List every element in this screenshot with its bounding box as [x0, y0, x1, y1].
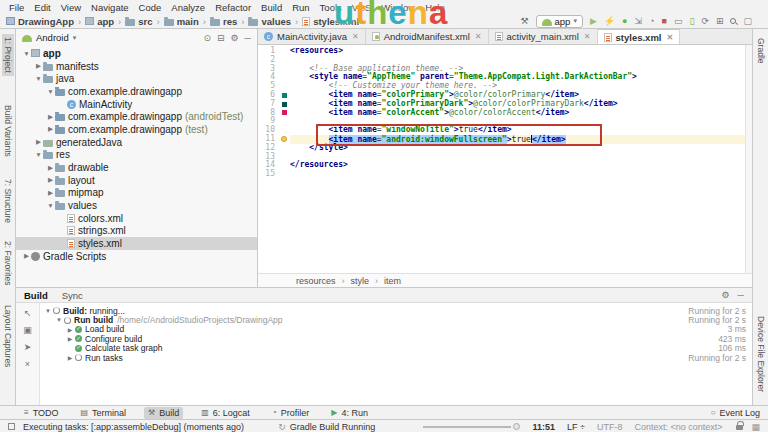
toolwindow-toggle-icon[interactable] — [8, 423, 15, 430]
run-configuration-select[interactable]: app ▾ — [536, 15, 583, 28]
tree-item-colors-xml[interactable]: colors.xml — [16, 212, 257, 225]
toolwindow-button-build[interactable]: ⚒Build — [144, 407, 183, 419]
menu-code[interactable]: Code — [134, 2, 167, 13]
tree-toggle-icon[interactable]: ▶ — [22, 252, 31, 260]
context-indicator[interactable]: Context: <no context> — [634, 422, 722, 432]
tree-toggle-icon[interactable]: ▼ — [22, 50, 31, 57]
tree-item-generatedjava[interactable]: ▶generatedJava — [16, 136, 257, 149]
grid-icon[interactable]: ▦ — [751, 422, 760, 432]
run-icon[interactable]: ▶ — [590, 17, 597, 26]
device-file-explorer-tool-button[interactable]: Device File Explorer — [755, 313, 767, 395]
code-line-14[interactable]: 14</resources> — [258, 161, 752, 170]
toolwindow-button-profiler[interactable]: ◔Profiler — [268, 407, 313, 419]
tree-toggle-icon[interactable]: ▶ — [34, 62, 43, 70]
xml-breadcrumb-item[interactable]: resources — [296, 276, 336, 286]
tool-button-7-structure[interactable]: 7: Structure — [2, 176, 14, 226]
tree-item-layout[interactable]: ▶layout — [16, 174, 257, 187]
tree-toggle-icon[interactable]: ▼ — [44, 308, 52, 314]
code-line-12[interactable]: 12 </style> — [258, 144, 752, 153]
build-tree-row[interactable]: ▶Run tasksRunning for 2 s — [40, 353, 752, 362]
duplicate-icon[interactable]: ▣ — [23, 325, 32, 335]
menu-run[interactable]: Run — [287, 2, 314, 13]
build-tree-row[interactable]: ▶Load build3 ms — [40, 325, 752, 334]
locate-icon[interactable]: ⊙ — [203, 33, 211, 43]
tree-toggle-icon[interactable]: ▼ — [46, 202, 55, 209]
scroll-to-end-icon[interactable]: ↖ — [24, 308, 32, 318]
tree-toggle-icon[interactable]: ▶ — [46, 113, 55, 121]
lock-icon[interactable] — [736, 425, 743, 430]
code-line-15[interactable]: 15 — [258, 170, 752, 179]
tree-item-styles-xml[interactable]: styles.xml — [16, 237, 257, 250]
close-icon[interactable]: ✕ — [584, 32, 591, 41]
tree-toggle-icon[interactable]: ▶ — [46, 164, 55, 172]
breadcrumb-item[interactable]: res — [210, 16, 237, 27]
tree-item-java[interactable]: ▼java — [16, 72, 257, 85]
tree-toggle-icon[interactable]: ▶ — [66, 354, 74, 361]
sdk-manager-icon[interactable]: ⊞ — [716, 17, 724, 26]
tree-item-manifests[interactable]: ▶manifests — [16, 60, 257, 73]
tree-toggle-icon[interactable]: ▼ — [46, 88, 55, 95]
tree-toggle-icon[interactable]: ▼ — [34, 75, 43, 82]
tree-item-values[interactable]: ▼values — [16, 199, 257, 212]
tree-item-com-example-drawingapp[interactable]: ▶com.example.drawingapp(androidTest) — [16, 110, 257, 123]
xml-breadcrumb-item[interactable]: style — [351, 276, 370, 286]
tree-item-mipmap[interactable]: ▶mipmap — [16, 187, 257, 200]
editor-scrollbar[interactable] — [745, 45, 752, 273]
tree-toggle-icon[interactable]: ▶ — [46, 176, 55, 184]
tree-item-app[interactable]: ▼app — [16, 47, 257, 60]
apply-changes-icon[interactable]: ⚡ — [604, 17, 615, 26]
breadcrumb-item[interactable]: src — [125, 16, 152, 27]
toolwindow-button-todo[interactable]: ≡TODO — [20, 407, 63, 419]
encoding-indicator[interactable]: UTF-8 — [597, 422, 623, 432]
breadcrumb-item[interactable]: values — [248, 16, 291, 27]
debug-icon[interactable]: ● — [622, 17, 627, 26]
menu-build[interactable]: Build — [256, 2, 287, 13]
hide-icon[interactable]: ─ — [245, 33, 251, 43]
menu-edit[interactable]: Edit — [29, 2, 55, 13]
device-manager-icon[interactable]: ▯ — [689, 17, 694, 26]
color-preview-icon[interactable] — [282, 93, 287, 98]
tool-button-layout-captures[interactable]: Layout Captures — [2, 302, 14, 370]
profiler-icon[interactable]: ◔ — [649, 17, 654, 26]
build-tree-row[interactable]: ▶Configure build423 ms — [40, 334, 752, 343]
color-preview-icon[interactable] — [282, 102, 287, 107]
tree-toggle-icon[interactable]: ▶ — [46, 125, 55, 133]
build-tree-row[interactable]: ▼Run build/home/c/AndroidStudioProjects/… — [40, 315, 752, 324]
breadcrumb-item[interactable]: main — [164, 16, 199, 27]
menu-view[interactable]: View — [56, 2, 86, 13]
gradle-tool-button[interactable]: Gradle — [755, 35, 767, 67]
tool-button-build-variants[interactable]: Build Variants — [2, 102, 14, 160]
menu-navigate[interactable]: Navigate — [86, 2, 134, 13]
breadcrumb-item[interactable]: DrawingApp — [6, 16, 74, 27]
code-line-10[interactable]: 10 <item name="windowNoTitle">true</item… — [258, 126, 752, 135]
tree-toggle-icon[interactable]: ▶ — [66, 335, 74, 342]
code-line-1[interactable]: 1<resources> — [258, 47, 752, 56]
tree-toggle-icon[interactable]: ▶ — [34, 138, 43, 146]
menu-refactor[interactable]: Refactor — [210, 2, 256, 13]
tree-item-drawable[interactable]: ▶drawable — [16, 161, 257, 174]
code-line-8[interactable]: 8 <item name="colorAccent">@color/colorA… — [258, 109, 752, 118]
settings-icon[interactable]: ⚙ — [231, 33, 239, 43]
tree-toggle-icon[interactable]: ▶ — [46, 189, 55, 197]
tool-button-2-favorites[interactable]: 2: Favorites — [2, 238, 14, 288]
toolwindow-button-6-logcat[interactable]: ▥6: Logcat — [197, 407, 254, 419]
event-log-button[interactable]: ○ Event Log — [711, 408, 760, 418]
project-view-selector[interactable]: Android — [36, 32, 69, 43]
attach-debugger-icon[interactable]: ⇲ — [635, 17, 643, 26]
sync-project-icon[interactable]: ⟳ — [701, 17, 709, 26]
tree-item-gradle-scripts[interactable]: ▶Gradle Scripts — [16, 250, 257, 263]
close-icon[interactable]: ✕ — [352, 32, 359, 41]
tree-item-com-example-drawingapp[interactable]: ▼com.example.drawingapp — [16, 85, 257, 98]
close-icon[interactable]: ✕ — [475, 32, 482, 41]
collapse-all-icon[interactable]: ⊟ — [217, 33, 225, 43]
close-icon[interactable]: ✕ — [667, 33, 674, 42]
tree-toggle-icon[interactable]: ▶ — [66, 326, 74, 333]
tree-item-mainactivity[interactable]: cMainActivity — [16, 98, 257, 111]
tree-item-com-example-drawingapp[interactable]: ▶com.example.drawingapp(test) — [16, 123, 257, 136]
editor-tab-activity-main-xml[interactable]: activity_main.xml✕ — [489, 29, 598, 44]
xml-breadcrumb-item[interactable]: item — [384, 276, 401, 286]
menu-file[interactable]: File — [4, 2, 29, 13]
tree-toggle-icon[interactable]: ▼ — [34, 151, 43, 158]
build-panel-tab-sync[interactable]: Sync — [62, 290, 83, 301]
color-preview-icon[interactable] — [282, 110, 287, 115]
